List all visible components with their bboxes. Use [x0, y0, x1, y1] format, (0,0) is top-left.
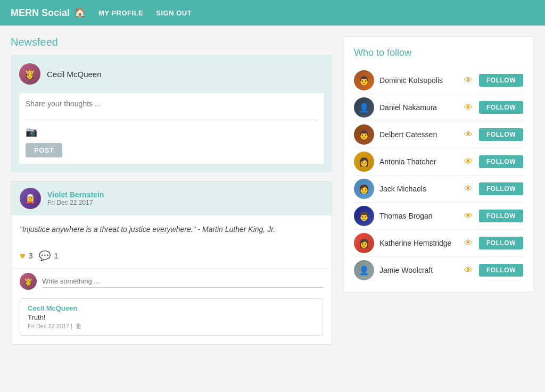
- brand: MERN Social 🏠: [11, 7, 86, 19]
- composer-input-area: 📷 POST: [19, 93, 324, 164]
- post-author-avatar: 🧝: [20, 188, 41, 209]
- follow-card: Who to follow 👨 Dominic Kotsopolis 👁 FOL…: [343, 36, 534, 293]
- follow-avatar: 👨: [354, 206, 374, 226]
- eye-icon[interactable]: 👁: [464, 265, 473, 275]
- follow-button[interactable]: FOLLOW: [479, 155, 523, 168]
- post-btn-row: POST: [26, 138, 317, 157]
- eye-icon[interactable]: 👁: [464, 157, 473, 166]
- follow-avatar: 👤: [354, 97, 374, 118]
- post-actions: ♥ 3 💬 1: [11, 244, 332, 268]
- composer-avatar-initials: 👸: [24, 69, 35, 79]
- follow-avatar-icon: 👨: [354, 124, 374, 145]
- post-card: 🧝 Violet Bernstein Fri Dec 22 2017 "Inju…: [11, 181, 332, 345]
- comment-item: Cecil McQueen Truth! Fri Dec 22 2017 | 🗑: [20, 298, 323, 336]
- follow-user-name: Daniel Nakamura: [379, 103, 459, 112]
- composer-user-row: 👸 Cecil McQueen: [19, 63, 324, 91]
- follow-avatar-icon: 👤: [354, 97, 374, 118]
- follow-row: 👩 Antonia Thatcher 👁 FOLLOW: [354, 148, 523, 176]
- follow-avatar: 👨: [354, 124, 374, 145]
- home-icon[interactable]: 🏠: [74, 7, 86, 19]
- post-header: 🧝 Violet Bernstein Fri Dec 22 2017: [11, 181, 332, 215]
- comment-icon: 💬: [39, 250, 51, 262]
- comment-meta: Fri Dec 22 2017 | 🗑: [28, 322, 315, 330]
- comment-author: Cecil McQueen: [28, 304, 315, 312]
- comment-input[interactable]: [42, 275, 323, 288]
- follow-row: 👤 Jamie Woolcraft 👁 FOLLOW: [354, 257, 523, 283]
- sign-out-link[interactable]: SIGN OUT: [156, 9, 192, 17]
- follow-row: 👤 Daniel Nakamura 👁 FOLLOW: [354, 94, 523, 121]
- my-profile-link[interactable]: MY PROFILE: [98, 9, 143, 17]
- follow-row: 👨 Thomas Brogan 👁 FOLLOW: [354, 203, 523, 230]
- follow-row: 👨 Dominic Kotsopolis 👁 FOLLOW: [354, 67, 523, 94]
- follow-list: 👨 Dominic Kotsopolis 👁 FOLLOW 👤 Daniel N…: [354, 67, 523, 283]
- follow-avatar: 👤: [354, 260, 374, 280]
- composer-avatar: 👸: [19, 63, 40, 85]
- eye-icon[interactable]: 👁: [464, 184, 473, 194]
- comment-user-avatar-icon: 👸: [24, 278, 32, 286]
- follow-user-name: Antonia Thatcher: [379, 157, 459, 166]
- follow-user-name: Katherine Hemstridge: [379, 239, 459, 247]
- follow-user-name: Jack Michaels: [379, 185, 459, 193]
- comment-text: Truth!: [28, 313, 315, 321]
- follow-button[interactable]: FOLLOW: [479, 128, 523, 141]
- eye-icon[interactable]: 👁: [464, 103, 473, 112]
- composer-card: 👸 Cecil McQueen 📷 POST: [11, 55, 332, 172]
- follow-avatar-icon: 👤: [354, 260, 374, 280]
- follow-row: 👩 Katherine Hemstridge 👁 FOLLOW: [354, 230, 523, 257]
- post-author-avatar-icon: 🧝: [25, 194, 36, 204]
- comment-user-avatar: 👸: [20, 273, 37, 290]
- eye-icon[interactable]: 👁: [464, 130, 473, 139]
- follow-button[interactable]: FOLLOW: [479, 101, 523, 114]
- post-author-name: Violet Bernstein: [47, 190, 104, 199]
- follow-user-name: Dominic Kotsopolis: [379, 76, 459, 85]
- follow-avatar-icon: 👩: [354, 152, 374, 172]
- navbar: MERN Social 🏠 MY PROFILE SIGN OUT: [0, 0, 545, 26]
- eye-icon[interactable]: 👁: [464, 76, 473, 85]
- follow-button[interactable]: FOLLOW: [479, 182, 523, 195]
- like-count: 3: [29, 252, 33, 260]
- follow-avatar: 👩: [354, 233, 374, 253]
- trash-icon[interactable]: 🗑: [76, 322, 82, 330]
- composer-user-name: Cecil McQueen: [47, 70, 102, 79]
- comment-date: Fri Dec 22 2017 |: [28, 323, 72, 329]
- comment-count: 1: [54, 252, 58, 260]
- follow-user-name: Jamie Woolcraft: [379, 266, 459, 274]
- follow-avatar-icon: 👩: [354, 233, 374, 253]
- post-text: "Injustice anywhere is a threat to justi…: [20, 224, 323, 235]
- follow-avatar: 🧑: [354, 179, 374, 199]
- eye-icon[interactable]: 👁: [464, 211, 473, 221]
- main-layout: Newsfeed 👸 Cecil McQueen 📷 POST: [0, 26, 545, 355]
- post-body: "Injustice anywhere is a threat to justi…: [11, 215, 332, 244]
- follow-button[interactable]: FOLLOW: [479, 74, 523, 87]
- brand-text: MERN Social: [11, 7, 70, 19]
- follow-avatar: 👨: [354, 70, 374, 90]
- follow-user-name: Thomas Brogan: [379, 212, 459, 220]
- comment-input-row: 👸: [11, 268, 332, 294]
- follow-row: 🧑 Jack Michaels 👁 FOLLOW: [354, 176, 523, 203]
- follow-button[interactable]: FOLLOW: [479, 237, 523, 249]
- heart-icon: ♥: [20, 251, 26, 262]
- comment-list: Cecil McQueen Truth! Fri Dec 22 2017 | 🗑: [11, 294, 332, 344]
- follow-row: 👨 Delbert Catessen 👁 FOLLOW: [354, 121, 523, 148]
- eye-icon[interactable]: 👁: [464, 238, 473, 248]
- comment-button[interactable]: 💬 1: [39, 250, 58, 262]
- left-column: Newsfeed 👸 Cecil McQueen 📷 POST: [11, 36, 332, 345]
- follow-title: Who to follow: [354, 47, 523, 59]
- follow-button[interactable]: FOLLOW: [479, 210, 523, 222]
- follow-avatar-icon: 👨: [354, 206, 374, 226]
- right-column: Who to follow 👨 Dominic Kotsopolis 👁 FOL…: [343, 36, 534, 345]
- composer-bottom-row: 📷: [26, 126, 317, 138]
- post-author-info: Violet Bernstein Fri Dec 22 2017: [47, 190, 104, 206]
- post-date: Fri Dec 22 2017: [47, 199, 104, 206]
- follow-avatar-icon: 👨: [354, 70, 374, 90]
- follow-button[interactable]: FOLLOW: [479, 264, 523, 277]
- camera-icon[interactable]: 📷: [26, 126, 37, 138]
- follow-avatar-icon: 🧑: [354, 179, 374, 199]
- post-button[interactable]: POST: [26, 143, 62, 157]
- follow-avatar: 👩: [354, 152, 374, 172]
- composer-textarea[interactable]: [26, 99, 317, 120]
- newsfeed-title: Newsfeed: [11, 36, 332, 48]
- like-button[interactable]: ♥ 3: [20, 251, 32, 262]
- follow-user-name: Delbert Catessen: [379, 130, 459, 139]
